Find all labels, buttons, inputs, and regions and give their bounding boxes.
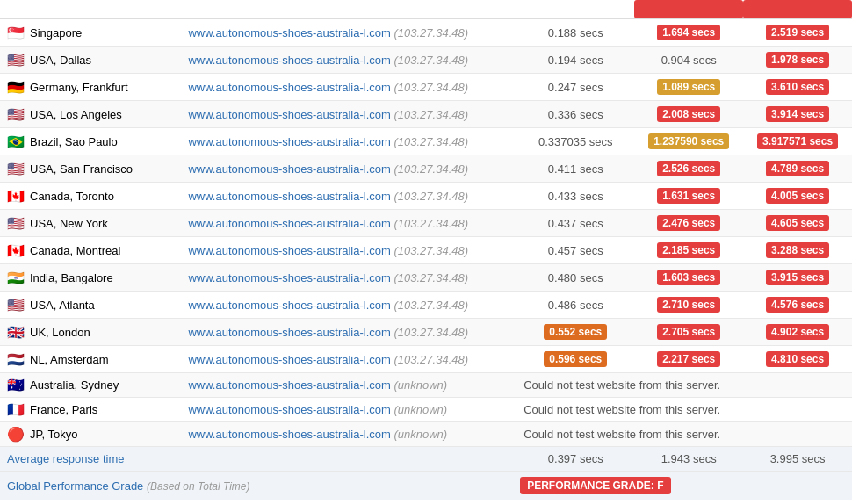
website-cell: www.autonomous-shoes-australia-l.com (un… [181, 373, 516, 398]
location-name: UK, London [30, 326, 90, 339]
location-cell: 🇸🇬Singapore [0, 18, 181, 47]
website-url[interactable]: www.autonomous-shoes-australia-l.com [188, 403, 390, 416]
website-url[interactable]: www.autonomous-shoes-australia-l.com [188, 26, 390, 40]
website-ip: (103.27.34.48) [394, 271, 468, 284]
website-cell: www.autonomous-shoes-australia-l.com (10… [181, 155, 516, 183]
location-cell: 🇳🇱NL, Amsterdam [0, 346, 181, 373]
location-cell: 🇬🇧UK, London [0, 319, 181, 346]
location-cell: 🇺🇸USA, Atlanta [0, 292, 181, 319]
flag-icon: 🇬🇧 [7, 326, 25, 338]
website-url[interactable]: www.autonomous-shoes-australia-l.com [188, 217, 390, 230]
website-url[interactable]: www.autonomous-shoes-australia-l.com [188, 271, 390, 284]
total-badge: 4.605 secs [766, 215, 829, 231]
header-location [0, 0, 181, 18]
website-url[interactable]: www.autonomous-shoes-australia-l.com [188, 108, 390, 121]
location-cell: 🇮🇳India, Bangalore [0, 264, 181, 292]
website-ip: (103.27.34.48) [394, 326, 468, 339]
website-url[interactable]: www.autonomous-shoes-australia-l.com [188, 54, 390, 67]
website-ip: (103.27.34.48) [394, 135, 468, 148]
firstbyte-badge: 1.603 secs [657, 270, 720, 285]
website-ip: (103.27.34.48) [394, 54, 468, 67]
website-url[interactable]: www.autonomous-shoes-australia-l.com [188, 428, 390, 441]
connection-badge: 0.596 secs [544, 351, 607, 367]
header-total [743, 0, 852, 18]
location-name: Germany, Frankfurt [30, 81, 128, 94]
grade-label: Global Performance Grade (Based on Total… [0, 472, 516, 500]
connection-cell: 0.336 secs [516, 101, 634, 128]
table-row: 🇸🇬Singaporewww.autonomous-shoes-australi… [0, 18, 852, 47]
grade-text: Global Performance Grade [7, 479, 143, 493]
table-row: 🔴JP, Tokyowww.autonomous-shoes-australia… [0, 422, 852, 447]
could-not-test-message: Could not test website from this server. [516, 422, 852, 447]
website-ip: (103.27.34.48) [394, 108, 468, 121]
location-cell: 🇨🇦Canada, Toronto [0, 183, 181, 210]
grade-badge-cell: PERFORMANCE GRADE: F [516, 472, 852, 500]
grade-row: Global Performance Grade (Based on Total… [0, 472, 852, 500]
location-cell: 🇦🇺Australia, Sydney [0, 373, 181, 398]
firstbyte-badge: 2.217 secs [657, 351, 720, 367]
website-url[interactable]: www.autonomous-shoes-australia-l.com [188, 353, 390, 366]
website-url[interactable]: www.autonomous-shoes-australia-l.com [188, 162, 390, 176]
website-ip: (103.27.34.48) [394, 81, 468, 94]
firstbyte-cell: 0.904 secs [634, 47, 743, 74]
firstbyte-badge: 2.705 secs [657, 324, 720, 340]
website-url[interactable]: www.autonomous-shoes-australia-l.com [188, 190, 390, 203]
website-url[interactable]: www.autonomous-shoes-australia-l.com [188, 378, 390, 392]
location-name: Canada, Montreal [30, 244, 120, 257]
website-cell: www.autonomous-shoes-australia-l.com (10… [181, 319, 516, 346]
connection-cell: 0.486 secs [516, 292, 634, 319]
firstbyte-cell: 2.476 secs [634, 210, 743, 237]
location-cell: 🔴JP, Tokyo [0, 422, 181, 447]
firstbyte-cell: 1.603 secs [634, 264, 743, 292]
total-badge: 2.519 secs [766, 25, 829, 40]
website-url[interactable]: www.autonomous-shoes-australia-l.com [188, 135, 390, 148]
connection-cell: 0.433 secs [516, 183, 634, 210]
table-row: 🇨🇦Canada, Torontowww.autonomous-shoes-au… [0, 183, 852, 210]
connection-cell: 0.247 secs [516, 74, 634, 101]
website-url[interactable]: www.autonomous-shoes-australia-l.com [188, 326, 390, 339]
website-ip: (103.27.34.48) [394, 299, 468, 312]
header-firstbyte [634, 0, 743, 18]
connection-value: 0.188 secs [548, 26, 603, 40]
could-not-test-message: Could not test website from this server. [516, 398, 852, 422]
location-name: Brazil, Sao Paulo [30, 135, 118, 148]
website-url[interactable]: www.autonomous-shoes-australia-l.com [188, 81, 390, 94]
location-cell: 🇺🇸USA, New York [0, 210, 181, 237]
flag-icon: 🇳🇱 [7, 353, 25, 365]
avg-connection: 0.397 secs [516, 447, 634, 472]
connection-value: 0.437 secs [548, 217, 603, 230]
table-row: 🇺🇸USA, Dallaswww.autonomous-shoes-austra… [0, 47, 852, 74]
website-ip: (unknown) [394, 403, 447, 416]
avg-label: Average response time [0, 447, 516, 472]
connection-badge: 0.552 secs [544, 324, 607, 340]
avg-total: 3.995 secs [743, 447, 852, 472]
total-badge: 3.610 secs [766, 79, 829, 95]
flag-icon: 🇺🇸 [7, 54, 25, 66]
firstbyte-badge: 2.476 secs [657, 215, 720, 231]
location-name: Canada, Toronto [30, 190, 114, 203]
website-ip: (103.27.34.48) [394, 190, 468, 203]
table-row: 🇧🇷Brazil, Sao Paulowww.autonomous-shoes-… [0, 128, 852, 155]
total-badge: 3.914 secs [766, 106, 829, 122]
firstbyte-badge: 1.694 secs [657, 25, 720, 40]
table-row: 🇮🇳India, Bangalorewww.autonomous-shoes-a… [0, 264, 852, 292]
location-cell: 🇫🇷France, Paris [0, 398, 181, 422]
website-url[interactable]: www.autonomous-shoes-australia-l.com [188, 244, 390, 257]
website-cell: www.autonomous-shoes-australia-l.com (10… [181, 237, 516, 264]
location-name: India, Bangalore [30, 271, 113, 284]
location-cell: 🇺🇸USA, Los Angeles [0, 101, 181, 128]
total-cell: 1.978 secs [743, 47, 852, 74]
performance-table: 🇸🇬Singaporewww.autonomous-shoes-australi… [0, 0, 852, 500]
connection-cell: 0.480 secs [516, 264, 634, 292]
flag-icon: 🇺🇸 [7, 217, 25, 229]
firstbyte-cell: 1.089 secs [634, 74, 743, 101]
website-url[interactable]: www.autonomous-shoes-australia-l.com [188, 299, 390, 312]
could-not-test-message: Could not test website from this server. [516, 373, 852, 398]
total-cell: 4.005 secs [743, 183, 852, 210]
table-row: 🇺🇸USA, New Yorkwww.autonomous-shoes-aust… [0, 210, 852, 237]
website-cell: www.autonomous-shoes-australia-l.com (10… [181, 74, 516, 101]
website-ip: (unknown) [394, 428, 447, 441]
website-ip: (103.27.34.48) [394, 26, 468, 40]
total-cell: 4.789 secs [743, 155, 852, 183]
website-ip: (103.27.34.48) [394, 162, 468, 176]
